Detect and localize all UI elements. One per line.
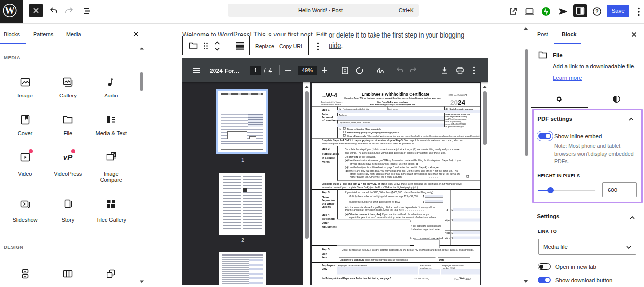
svg-text:vP: vP [63,153,73,161]
svg-text:?: ? [595,8,598,14]
svg-text:W: W [5,5,15,16]
